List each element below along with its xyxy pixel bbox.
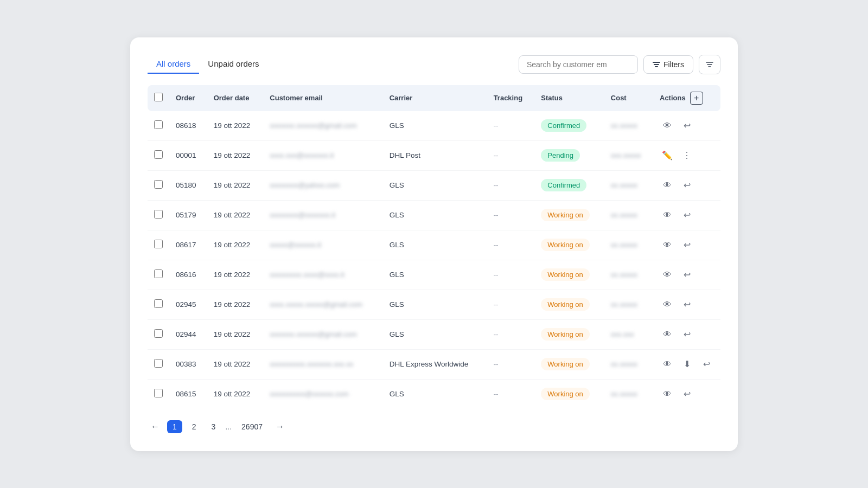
- order-id: 05179: [169, 200, 207, 230]
- edit-button[interactable]: ✏️: [660, 148, 675, 163]
- undo-button[interactable]: ↩: [679, 387, 694, 402]
- undo-button[interactable]: ↩: [679, 237, 694, 253]
- next-page-button[interactable]: →: [272, 420, 288, 434]
- order-carrier: GLS: [383, 260, 487, 290]
- top-bar: All orders Unpaid orders Filters: [148, 55, 720, 74]
- row-checkbox[interactable]: [154, 210, 163, 219]
- order-cost: xx.xxxxx: [604, 200, 653, 230]
- undo-button[interactable]: ↩: [679, 297, 694, 312]
- order-status: Confirmed: [534, 170, 604, 200]
- row-checkbox[interactable]: [154, 359, 163, 368]
- order-email: xxxxxxxx@xxxxxxx.it: [263, 200, 382, 230]
- view-button[interactable]: 👁: [660, 208, 675, 223]
- row-checkbox-cell: [148, 111, 169, 141]
- order-email: xxxxxxxxxx.xxxxxxx.xxx.xx: [263, 349, 382, 379]
- col-actions: Actions +: [653, 85, 720, 111]
- table-header-row: Order Order date Customer email Carrier …: [148, 85, 720, 111]
- row-checkbox[interactable]: [154, 120, 163, 129]
- download-button[interactable]: ⬇: [679, 357, 694, 372]
- order-carrier: GLS: [383, 230, 487, 260]
- view-button[interactable]: 👁: [660, 118, 675, 133]
- view-button[interactable]: 👁: [660, 267, 675, 282]
- col-carrier: Carrier: [383, 85, 487, 111]
- filters-label: Filters: [663, 60, 684, 69]
- order-id: 08618: [169, 111, 207, 141]
- undo-button[interactable]: ↩: [679, 118, 694, 133]
- undo-button[interactable]: ↩: [679, 178, 694, 193]
- header-checkbox-cell: [148, 85, 169, 111]
- page-1[interactable]: 1: [167, 420, 182, 433]
- filters-button[interactable]: Filters: [643, 55, 693, 74]
- order-id: 08616: [169, 260, 207, 290]
- page-last[interactable]: 26907: [236, 420, 268, 433]
- row-checkbox-cell: [148, 349, 169, 379]
- row-checkbox-cell: [148, 319, 169, 349]
- prev-page-button[interactable]: ←: [148, 420, 163, 434]
- order-status: Working on: [534, 290, 604, 319]
- more-button[interactable]: ⋮: [679, 148, 694, 163]
- add-column-button[interactable]: +: [690, 92, 703, 105]
- order-cost: xx.xxxxx: [604, 230, 653, 260]
- order-tracking: --: [487, 349, 535, 379]
- order-cost: xx.xxxxx: [604, 170, 653, 200]
- order-actions: 👁 ⬇ ↩: [653, 349, 720, 379]
- order-tracking: --: [487, 230, 535, 260]
- order-actions: 👁 ↩: [653, 379, 720, 409]
- page-dots: ...: [225, 422, 232, 431]
- table-row: 08618 19 ott 2022 xxxxxxx.xxxxxx@gmail.c…: [148, 111, 720, 141]
- order-id: 08617: [169, 230, 207, 260]
- order-date: 19 ott 2022: [207, 230, 264, 260]
- order-date: 19 ott 2022: [207, 379, 264, 409]
- undo-button[interactable]: ↩: [679, 208, 694, 223]
- order-date: 19 ott 2022: [207, 290, 264, 319]
- order-actions: 👁 ↩: [653, 170, 720, 200]
- search-input[interactable]: [519, 55, 638, 74]
- tab-all-orders[interactable]: All orders: [148, 55, 199, 74]
- pagination: ← 1 2 3 ... 26907 →: [148, 420, 720, 434]
- undo-button[interactable]: ↩: [699, 357, 714, 372]
- row-checkbox[interactable]: [154, 299, 163, 308]
- undo-button[interactable]: ↩: [679, 327, 694, 342]
- view-button[interactable]: 👁: [660, 237, 675, 253]
- row-checkbox[interactable]: [154, 150, 163, 159]
- select-all-checkbox[interactable]: [154, 93, 163, 101]
- col-order-date: Order date: [207, 85, 264, 111]
- table-row: 02944 19 ott 2022 xxxxxxx.xxxxxx@gmail.c…: [148, 319, 720, 349]
- sort-button[interactable]: [699, 55, 720, 74]
- table-row: 08616 19 ott 2022 xxxxxxxxx.xxxx@xxxx.it…: [148, 260, 720, 290]
- page-2[interactable]: 2: [187, 420, 202, 433]
- order-email: xxxx.xxxxx.xxxxx@gmail.com: [263, 290, 382, 319]
- order-actions: 👁 ↩: [653, 111, 720, 141]
- view-button[interactable]: 👁: [660, 297, 675, 312]
- order-status: Working on: [534, 349, 604, 379]
- view-button[interactable]: 👁: [660, 357, 675, 372]
- order-status: Working on: [534, 200, 604, 230]
- row-checkbox[interactable]: [154, 269, 163, 278]
- order-status: Working on: [534, 379, 604, 409]
- order-cost: xxx.xxxxx: [604, 140, 653, 170]
- order-email: xxxxxxx.xxxxxx@gmail.com: [263, 319, 382, 349]
- order-actions: 👁 ↩: [653, 290, 720, 319]
- view-button[interactable]: 👁: [660, 327, 675, 342]
- page-3[interactable]: 3: [206, 420, 221, 433]
- order-carrier: GLS: [383, 170, 487, 200]
- view-button[interactable]: 👁: [660, 178, 675, 193]
- order-carrier: GLS: [383, 111, 487, 141]
- order-tracking: --: [487, 170, 535, 200]
- row-checkbox[interactable]: [154, 240, 163, 248]
- row-checkbox[interactable]: [154, 389, 163, 397]
- order-cost: xx.xxxxx: [604, 379, 653, 409]
- sort-icon: [705, 60, 714, 69]
- order-email: xxxxxxx.xxxxxx@gmail.com: [263, 111, 382, 141]
- order-status: Working on: [534, 230, 604, 260]
- row-checkbox[interactable]: [154, 180, 163, 189]
- orders-tbody: 08618 19 ott 2022 xxxxxxx.xxxxxx@gmail.c…: [148, 111, 720, 409]
- row-checkbox[interactable]: [154, 329, 163, 338]
- order-status: Pending: [534, 140, 604, 170]
- order-cost: xx.xxxxx: [604, 260, 653, 290]
- view-button[interactable]: 👁: [660, 387, 675, 402]
- undo-button[interactable]: ↩: [679, 267, 694, 282]
- order-tracking: --: [487, 379, 535, 409]
- table-row: 08617 19 ott 2022 xxxxx@xxxxxx.it GLS --…: [148, 230, 720, 260]
- tab-unpaid-orders[interactable]: Unpaid orders: [199, 55, 267, 74]
